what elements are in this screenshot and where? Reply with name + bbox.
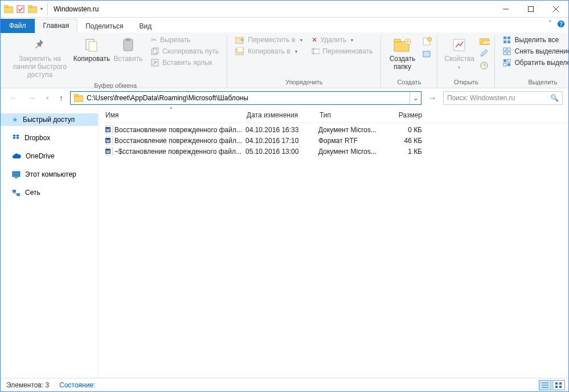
copypath-icon xyxy=(151,47,159,55)
folder-icon xyxy=(28,5,37,13)
group-clipboard-label: Буфер обмена xyxy=(9,81,222,90)
paste-button[interactable]: Вставить xyxy=(112,35,144,66)
address-box[interactable]: ⌄ xyxy=(70,91,421,105)
file-date: 04.10.2016 17:10 xyxy=(245,137,318,145)
pin-icon xyxy=(32,37,48,53)
close-button[interactable] xyxy=(543,1,568,18)
col-size[interactable]: Размер xyxy=(387,111,427,119)
svg-rect-62 xyxy=(555,382,558,385)
selectall-button[interactable]: Выделить все xyxy=(500,35,569,45)
qa-properties-icon[interactable] xyxy=(17,5,24,13)
svg-rect-46 xyxy=(13,172,20,177)
col-name[interactable]: Имя xyxy=(104,111,245,119)
recent-dropdown[interactable]: ▾ xyxy=(43,95,52,101)
group-open-label: Открыть xyxy=(442,77,490,87)
history-icon[interactable] xyxy=(480,61,490,70)
window-title: Windowsten.ru xyxy=(54,5,99,13)
network-icon xyxy=(12,189,21,197)
tab-file[interactable]: Файл xyxy=(1,19,35,33)
delete-button[interactable]: ✕Удалить▾ xyxy=(308,35,376,45)
collapse-ribbon-icon[interactable]: ˆ xyxy=(549,20,551,28)
sort-arrow-icon: ˄ xyxy=(170,107,173,113)
svg-rect-12 xyxy=(89,42,97,51)
copyto-button[interactable]: Копировать в▾ xyxy=(232,46,305,56)
view-icons-button[interactable] xyxy=(552,380,565,390)
rename-button[interactable]: Переименовать xyxy=(308,46,376,56)
selectnone-button[interactable]: Снять выделение xyxy=(500,46,569,56)
svg-rect-36 xyxy=(503,48,506,51)
svg-rect-21 xyxy=(312,49,320,54)
nav-onedrive[interactable]: OneDrive xyxy=(1,150,98,162)
selectnone-icon xyxy=(503,47,511,55)
cloud-icon xyxy=(12,153,21,160)
file-type: Документ Micros... xyxy=(318,148,387,156)
help-icon[interactable]: ? xyxy=(557,20,565,28)
svg-rect-48 xyxy=(13,190,16,193)
copypath-button[interactable]: Скопировать путь xyxy=(148,46,222,56)
file-row[interactable]: WВосстановление поврежденного файл...04.… xyxy=(99,124,568,135)
file-size: 1 КБ xyxy=(387,148,427,156)
address-input[interactable] xyxy=(87,92,410,104)
folder-icon xyxy=(4,5,13,13)
easyaccess-icon[interactable] xyxy=(422,50,432,59)
folder-icon xyxy=(71,94,87,102)
moveto-button[interactable]: Переместить в▾ xyxy=(232,35,305,45)
file-date: 05.10.2016 13:00 xyxy=(245,148,318,156)
svg-rect-42 xyxy=(503,63,506,66)
svg-rect-45 xyxy=(74,94,78,96)
col-date[interactable]: Дата изменения xyxy=(245,111,318,119)
nav-pane: ★Быстрый доступ Dropbox OneDrive Этот ко… xyxy=(1,108,99,378)
nav-dropbox[interactable]: Dropbox xyxy=(1,132,98,144)
view-details-button[interactable] xyxy=(539,380,551,390)
svg-rect-2 xyxy=(17,6,24,13)
newfolder-button[interactable]: Создать папку xyxy=(386,35,419,74)
dropbox-icon xyxy=(12,134,20,141)
open-icon[interactable] xyxy=(480,37,490,45)
nav-thispc[interactable]: Этот компьютер xyxy=(1,168,98,181)
tab-view[interactable]: Вид xyxy=(131,20,159,33)
pin-button[interactable]: Закрепить на панели быстрого доступа xyxy=(9,35,71,81)
qa-dropdown-icon[interactable]: ▾ xyxy=(40,6,43,11)
minimize-button[interactable] xyxy=(493,1,518,18)
svg-rect-20 xyxy=(237,47,243,52)
svg-rect-43 xyxy=(507,63,510,66)
svg-rect-47 xyxy=(15,177,18,178)
tab-main[interactable]: Главная xyxy=(35,19,78,33)
edit-icon[interactable] xyxy=(480,48,490,58)
up-button[interactable]: ↑ xyxy=(56,93,67,103)
nav-quick[interactable]: ★Быстрый доступ xyxy=(1,113,98,126)
cut-button[interactable]: ✂Вырезать xyxy=(148,35,222,45)
monitor-icon xyxy=(12,171,21,178)
ribbon: Закрепить на панели быстрого доступа Коп… xyxy=(1,32,568,88)
file-row[interactable]: WВосстановление поврежденного файл...04.… xyxy=(99,135,568,146)
pastelink-button[interactable]: Вставить ярлык xyxy=(148,58,222,68)
delete-icon: ✕ xyxy=(312,36,317,44)
moveto-icon xyxy=(235,36,244,44)
back-button[interactable]: ← xyxy=(6,93,21,103)
props-button[interactable]: Свойства ▾ xyxy=(442,35,476,74)
nav-network[interactable]: Сеть xyxy=(1,186,98,199)
copy-button[interactable]: Копировать xyxy=(72,35,111,66)
forward-button[interactable]: → xyxy=(24,93,39,103)
copyto-icon xyxy=(235,47,244,55)
maximize-button[interactable] xyxy=(518,1,543,18)
search-box[interactable]: Поиск: Windowsten.ru 🔍 xyxy=(443,91,563,105)
newitem-icon[interactable] xyxy=(422,37,432,46)
svg-rect-40 xyxy=(503,59,506,62)
tab-share[interactable]: Поделиться xyxy=(77,20,131,33)
status-bar: Элементов: 3 Состояние: xyxy=(1,378,568,391)
address-bar: ← → ▾ ↑ ⌄ → Поиск: Windowsten.ru 🔍 xyxy=(1,88,568,108)
file-row[interactable]: W~$сстановление поврежденного файл...05.… xyxy=(99,146,568,157)
selectinv-button[interactable]: Обратить выделение xyxy=(500,58,569,68)
address-dropdown-icon[interactable]: ⌄ xyxy=(410,92,421,104)
word-icon: W xyxy=(104,147,114,156)
column-headers[interactable]: ˄ Имя Дата изменения Тип Размер xyxy=(99,108,568,123)
go-button[interactable]: → xyxy=(425,93,440,103)
group-organize-label: Упорядочить xyxy=(232,77,376,87)
rename-icon xyxy=(312,48,320,55)
col-type[interactable]: Тип xyxy=(318,111,387,119)
shortcut-icon xyxy=(151,59,159,67)
svg-rect-4 xyxy=(28,5,32,7)
svg-text:W: W xyxy=(106,139,110,143)
svg-rect-0 xyxy=(4,7,13,13)
